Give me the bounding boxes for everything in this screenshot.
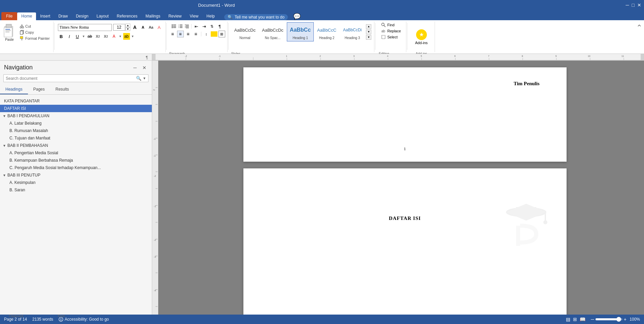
shrink-font-btn[interactable]: A: [140, 24, 146, 31]
borders-btn[interactable]: ⊞: [218, 31, 225, 37]
copy-button[interactable]: Copy: [18, 30, 51, 35]
underline-btn[interactable]: U: [74, 33, 81, 40]
ribbon-collapse-btn[interactable]: [635, 22, 644, 52]
italic-btn[interactable]: I: [66, 33, 73, 40]
style-heading2[interactable]: AaBbCcC Heading 2: [314, 22, 339, 41]
replace-button[interactable]: ab Replace: [380, 28, 401, 34]
multilevel-icon[interactable]: [184, 24, 190, 29]
numbering-icon[interactable]: 123: [178, 24, 183, 29]
grow-font-btn[interactable]: A: [132, 24, 138, 31]
search-dropdown-btn[interactable]: ▼: [143, 76, 146, 80]
tab-review[interactable]: Review: [164, 12, 185, 20]
sort-btn[interactable]: ⇅: [209, 23, 215, 30]
tab-insert[interactable]: Insert: [36, 12, 54, 20]
show-formatting-btn[interactable]: ¶: [216, 23, 223, 30]
maximize-btn[interactable]: □: [632, 2, 635, 8]
style-heading3[interactable]: AaBbCcDi Heading 3: [340, 22, 365, 41]
page-2[interactable]: DAFTAR ISI: [243, 168, 567, 315]
tab-view[interactable]: View: [186, 12, 203, 20]
font-name-input[interactable]: [58, 24, 112, 31]
style-normal[interactable]: AaBbCcDc Normal: [231, 22, 259, 41]
nav-item-bab2[interactable]: ▼ BAB II PEMBAHASAN: [0, 142, 152, 149]
bullets-icon[interactable]: [171, 24, 177, 29]
addins-button[interactable]: ★ Add-ins: [415, 29, 428, 45]
justify-btn[interactable]: ≡: [193, 31, 199, 37]
nav-tab-headings[interactable]: Headings: [0, 85, 28, 94]
decrease-indent-btn[interactable]: ⇤: [193, 23, 200, 30]
cut-button[interactable]: Cut: [18, 24, 51, 29]
text-color-dropdown[interactable]: ▼: [119, 35, 122, 38]
highlight-dropdown[interactable]: ▼: [131, 35, 134, 38]
nav-item-daftar-isi[interactable]: DAFTAR ISI: [0, 105, 152, 112]
strikethrough-btn[interactable]: ab: [87, 33, 93, 40]
nav-item-bab1[interactable]: ▼ BAB I PENDAHULUAN: [0, 112, 152, 120]
nav-item-bab3-b[interactable]: B. Saran: [0, 186, 152, 194]
tab-design[interactable]: Design: [72, 12, 92, 20]
styles-scroll-up[interactable]: ▲: [366, 24, 371, 29]
styles-expand[interactable]: ▼: [366, 35, 371, 40]
paste-button[interactable]: Paste: [1, 22, 18, 42]
zoom-level[interactable]: 100%: [628, 317, 640, 322]
nav-search[interactable]: 🔍 ▼: [3, 74, 148, 82]
search-ribbon[interactable]: 🔍 Tell me what you want to do: [224, 14, 288, 20]
font-size-up[interactable]: ▲: [126, 24, 130, 27]
styles-scroll-down[interactable]: ▼: [366, 30, 371, 34]
document-area[interactable]: 2 -1 -1 -2 -1 -2 -3: [152, 61, 644, 315]
close-btn[interactable]: ✕: [637, 2, 641, 8]
nav-item-bab1-b[interactable]: B. Rumusan Masalah: [0, 127, 152, 134]
nav-item-bab1-c[interactable]: C. Tujuan dan Manfaat: [0, 134, 152, 142]
format-painter-button[interactable]: Format Painter: [18, 36, 51, 41]
nav-search-input[interactable]: [6, 76, 136, 81]
nav-tab-results[interactable]: Results: [50, 85, 74, 94]
nav-item-kata-pengantar[interactable]: KATA PENGANTAR: [0, 97, 152, 105]
align-center-btn[interactable]: ≡: [177, 31, 184, 37]
subscript-btn[interactable]: X2: [95, 33, 101, 40]
font-size-down[interactable]: ▼: [126, 27, 130, 31]
nav-close-btn[interactable]: ✕: [141, 64, 148, 71]
nav-item-bab3-a[interactable]: A. Kesimpulan: [0, 179, 152, 186]
view-web-btn[interactable]: ⊞: [573, 317, 577, 322]
nav-item-bab1-a[interactable]: A. Latar Belakang: [0, 120, 152, 127]
tab-mailings[interactable]: Mailings: [141, 12, 164, 20]
view-read-btn[interactable]: 📖: [580, 317, 585, 322]
text-color-btn[interactable]: A: [111, 33, 117, 40]
nav-collapse-btn[interactable]: ─: [132, 64, 138, 71]
page-1[interactable]: Tim Penulis 1: [243, 67, 567, 162]
shading-btn[interactable]: [211, 31, 217, 37]
nav-tab-pages[interactable]: Pages: [28, 85, 50, 94]
style-no-space[interactable]: AaBbCcDc No Spac...: [259, 22, 286, 41]
tab-home[interactable]: Home: [17, 12, 36, 20]
tab-layout[interactable]: Layout: [93, 12, 113, 20]
nav-item-bab2-c[interactable]: C. Pengaruh Media Sosial terhadap Kemamp…: [0, 164, 152, 171]
align-left-btn[interactable]: ≡: [169, 31, 176, 37]
superscript-btn[interactable]: X2: [103, 33, 109, 40]
underline-dropdown[interactable]: ▼: [82, 35, 85, 38]
tab-help[interactable]: Help: [202, 12, 219, 20]
font-size-input[interactable]: [113, 24, 125, 31]
align-right-btn[interactable]: ≡: [185, 31, 192, 37]
tab-draw[interactable]: Draw: [54, 12, 72, 20]
zoom-slider[interactable]: [596, 318, 622, 320]
bold-btn[interactable]: B: [58, 33, 65, 40]
tab-references[interactable]: References: [113, 12, 141, 20]
zoom-in-btn[interactable]: +: [624, 317, 626, 322]
select-button[interactable]: Select: [380, 34, 401, 40]
view-print-btn[interactable]: ▤: [566, 317, 570, 322]
tab-file[interactable]: File: [1, 12, 17, 20]
search-icon[interactable]: 🔍: [136, 76, 141, 81]
paragraph-mark-icon[interactable]: ¶: [145, 55, 150, 60]
minimize-btn[interactable]: ─: [626, 2, 629, 8]
zoom-out-btn[interactable]: ─: [591, 317, 594, 322]
comment-btn[interactable]: 💬: [293, 13, 301, 20]
nav-item-bab3[interactable]: ▼ BAB III PENUTUP: [0, 171, 152, 179]
change-case-btn[interactable]: Aa: [148, 24, 155, 31]
nav-item-bab2-b[interactable]: B. Kemampuan Berbahasa Remaja: [0, 157, 152, 164]
accessibility-info[interactable]: Accessibility: Good to go: [59, 317, 109, 322]
find-button[interactable]: Find: [380, 22, 401, 28]
line-spacing-btn[interactable]: ↕: [203, 31, 210, 37]
style-heading1[interactable]: AaBbCc Heading 1: [287, 22, 314, 41]
clear-format-btn[interactable]: A: [156, 24, 163, 31]
highlight-btn[interactable]: ab: [123, 33, 130, 40]
nav-item-bab2-a[interactable]: A. Pengertian Media Sosial: [0, 149, 152, 157]
increase-indent-btn[interactable]: ⇥: [201, 23, 208, 30]
